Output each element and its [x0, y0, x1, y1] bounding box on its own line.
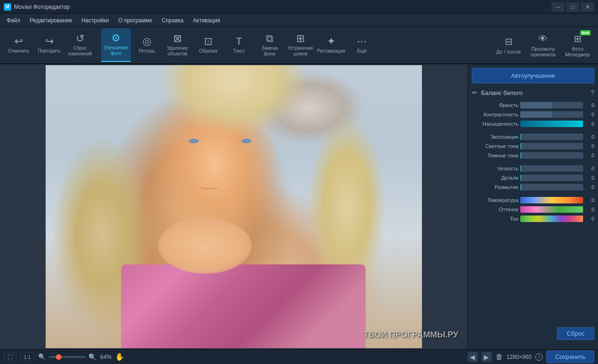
maximize-button[interactable]: □	[566, 2, 579, 12]
pan-icon[interactable]: ✋	[115, 352, 124, 361]
reset-button[interactable]: ↺ Сброс изменений	[65, 28, 95, 62]
photo-manager-button[interactable]: New ⊞ Фото Менеджер	[561, 28, 594, 62]
zoom-thumb	[56, 354, 61, 360]
saturation-label: Насыщенность	[472, 121, 518, 127]
exposure-value: 0	[585, 134, 594, 140]
next-image-button[interactable]: ▶	[482, 352, 492, 362]
statusbar-right: 🗑 1280×960 i Сохранить	[496, 351, 594, 363]
preview-original-button[interactable]: 👁 Просмотр оригинала	[526, 28, 560, 62]
shadows-slider[interactable]	[520, 152, 583, 159]
crop-icon: ⊡	[204, 36, 212, 47]
highlights-slider[interactable]	[520, 143, 583, 149]
temperature-slider[interactable]	[520, 197, 583, 203]
help-icon[interactable]: ?	[591, 89, 594, 96]
before-after-button[interactable]: ⊟ До / после	[492, 28, 525, 62]
bg-replace-button[interactable]: ⧉ Замена фона	[255, 28, 285, 62]
statusbar: ⛶ 1:1 🔍 🔍 64% ✋ ◀ ▶ 🗑 1280×960 i Сохрани…	[0, 349, 598, 364]
crop-button[interactable]: ⊡ Обрезка	[193, 28, 223, 62]
tint-label: Оттенок	[472, 207, 518, 212]
tint-row: Оттенок 0	[472, 206, 594, 213]
saturation-value: 0	[585, 121, 594, 127]
history-group: ↩ Отменить ↪ Повторить ↺ Сброс изменений	[4, 28, 95, 62]
menu-about[interactable]: О программе	[114, 15, 157, 26]
redo-button[interactable]: ↪ Повторить	[34, 28, 64, 62]
zoom-control: 🔍 🔍	[38, 353, 96, 361]
denoise-icon: ⊞	[296, 34, 305, 44]
close-button[interactable]: ✕	[581, 2, 594, 12]
right-panel: Автоулучшение ✏ Баланс белого ? Яркость …	[468, 64, 598, 349]
undo-button[interactable]: ↩ Отменить	[4, 28, 34, 62]
clarity-value: 0	[585, 166, 594, 171]
section-header: ✏ Баланс белого ?	[472, 89, 594, 96]
highlights-row: Светлые тона 0	[472, 143, 594, 149]
brightness-row: Яркость 0	[472, 102, 594, 108]
contrast-row: Контрастность 0	[472, 111, 594, 118]
blur-value: 0	[585, 184, 594, 190]
tone-value: 0	[585, 216, 594, 222]
auto-enhance-button[interactable]: Автоулучшение	[472, 68, 594, 83]
saturation-slider[interactable]	[520, 121, 583, 127]
image-dimensions: 1280×960	[507, 354, 532, 360]
tone-label: Тон	[472, 216, 518, 222]
remove-objects-button[interactable]: ⊠ Удаление объектов	[163, 28, 192, 62]
canvas-area[interactable]: ТВОИ ПРОГРАММЫ.РУ	[0, 64, 468, 349]
retouch-button[interactable]: ◎ Ретушь	[132, 28, 162, 62]
details-value: 0	[585, 175, 594, 181]
menu-settings[interactable]: Настройки	[77, 15, 114, 26]
zoom-out-icon[interactable]: 🔍	[38, 353, 46, 360]
details-row: Детали 0	[472, 175, 594, 181]
text-button[interactable]: T Текст	[224, 28, 254, 62]
delete-button[interactable]: 🗑	[496, 353, 503, 361]
tone-row: Тон 0	[472, 216, 594, 222]
info-button[interactable]: i	[535, 353, 543, 361]
tone-slider[interactable]	[520, 216, 583, 222]
menu-help[interactable]: Справка	[157, 15, 188, 26]
reset-icon: ↺	[76, 34, 84, 44]
temperature-value: 0	[585, 197, 594, 203]
contrast-slider[interactable]	[520, 111, 583, 118]
tint-slider[interactable]	[520, 206, 583, 213]
exposure-slider[interactable]	[520, 134, 583, 140]
brightness-slider[interactable]	[520, 102, 583, 108]
photo-container	[46, 65, 422, 348]
window-controls: ─ □ ✕	[551, 2, 594, 12]
fit-to-screen-button[interactable]: ⛶	[4, 352, 16, 362]
preview-icon: 👁	[538, 34, 548, 44]
zoom-value: 64%	[100, 354, 111, 360]
menu-file[interactable]: Файл	[2, 15, 25, 26]
denoise-button[interactable]: ⊞ Устранение шумов	[285, 28, 315, 62]
restore-button[interactable]: ✦ Реставрация	[316, 28, 346, 62]
reset-sliders-button[interactable]: Сброс	[557, 327, 594, 340]
prev-image-button[interactable]: ◀	[468, 352, 478, 362]
clarity-slider[interactable]	[520, 165, 583, 172]
ratio-button[interactable]: 1:1	[20, 352, 34, 362]
temperature-label: Температура	[472, 197, 518, 203]
before-after-icon: ⊟	[505, 36, 513, 47]
shadows-value: 0	[585, 153, 594, 158]
highlights-value: 0	[585, 143, 594, 149]
menu-activation[interactable]: Активация	[188, 15, 225, 26]
more-button[interactable]: ⋯ Ещё	[347, 28, 377, 62]
zoom-slider[interactable]	[48, 356, 86, 358]
undo-icon: ↩	[14, 36, 23, 47]
retouch-icon: ◎	[143, 36, 151, 47]
enhance-button[interactable]: ⚙ Улучшение фото	[101, 28, 131, 62]
blur-slider[interactable]	[520, 184, 583, 190]
temperature-row: Температура 0	[472, 197, 594, 203]
photo-dress-layer	[121, 264, 366, 348]
remove-icon: ⊠	[173, 34, 182, 44]
zoom-in-icon[interactable]: 🔍	[88, 353, 96, 361]
minimize-button[interactable]: ─	[551, 2, 564, 12]
text-icon: T	[236, 36, 242, 47]
tools-group: ⚙ Улучшение фото ◎ Ретушь ⊠ Удаление объ…	[101, 28, 377, 62]
clarity-row: Четкость 0	[472, 165, 594, 172]
bg-icon: ⧉	[266, 34, 273, 44]
titlebar: M Movavi Фоторедактор ─ □ ✕	[0, 0, 598, 14]
photo-neck-layer	[158, 218, 251, 274]
details-slider[interactable]	[520, 175, 583, 181]
redo-icon: ↪	[45, 36, 54, 47]
menu-edit[interactable]: Редактирование	[25, 15, 77, 26]
app-icon: M	[4, 3, 11, 11]
photo-background	[46, 65, 422, 348]
save-button[interactable]: Сохранить	[546, 351, 594, 363]
